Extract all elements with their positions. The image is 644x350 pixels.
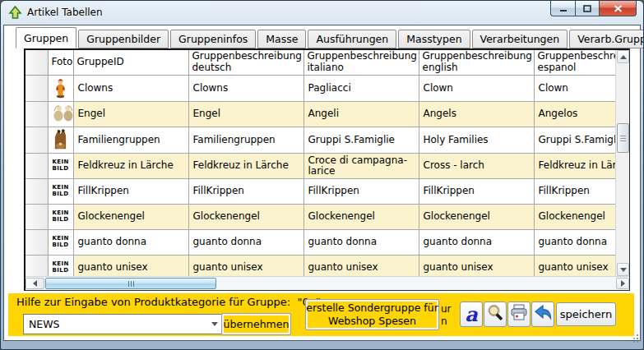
cell-italiano[interactable]: FillKrippen [303,178,419,204]
foto-cell[interactable] [48,75,73,101]
cell-deutsch[interactable]: Glockenengel [188,204,303,229]
maximize-button[interactable] [575,1,599,16]
client-area: GruppenGruppenbilderGruppeninfosMasseAus… [3,25,641,341]
apply-button[interactable]: übernehmen [221,313,291,335]
cell-gruppeid[interactable]: Engel [73,101,188,127]
tab-verarb-gruppen[interactable]: Verarb.Gruppen [569,30,644,48]
cell-espanol[interactable]: Glockenengel [534,204,615,229]
cell-english[interactable]: Glockenengel [419,204,534,229]
cell-italiano[interactable]: guanto donna [303,229,419,255]
no-image-cell[interactable]: KEIN BILD [48,153,73,178]
foto-cell[interactable] [48,127,73,153]
cell-gruppeid[interactable]: guanto donna [73,229,188,255]
cell-italiano[interactable]: Angeli [303,101,419,127]
minimize-button[interactable] [550,1,575,16]
tab-verarbeitungen[interactable]: Verarbeitungen [472,30,568,48]
cell-espanol[interactable]: Feldkreuz in Lärche [534,153,615,178]
no-image-cell[interactable]: KEIN BILD [48,229,73,255]
cell-espanol[interactable]: guanto donna [534,229,615,255]
column-header-espanol[interactable]: Gruppenbeschreibung espanol [534,50,615,75]
cell-espanol[interactable]: FillKrippen [534,178,615,204]
cell-gruppeid[interactable]: FillKrippen [73,178,188,204]
cell-italiano[interactable]: Gruppi S.Famiglie [303,127,419,153]
cell-deutsch[interactable]: Familiengruppen [188,127,303,153]
row-selector[interactable] [25,101,48,127]
cell-espanol[interactable]: guanto unisex [534,255,615,276]
cell-italiano[interactable]: guanto unisex [303,255,419,276]
cell-english[interactable]: Cross - larch [419,153,534,178]
horizontal-scroll-thumb[interactable] [45,278,216,289]
tab-masse[interactable]: Masse [257,30,306,48]
cell-english[interactable]: guanto donna [419,229,534,255]
vertical-scrollbar[interactable] [615,50,629,276]
cell-espanol[interactable]: Angelos [534,101,615,127]
minimize-icon [559,5,568,12]
resize-grip[interactable] [630,331,639,347]
row-selector[interactable] [25,255,48,276]
scroll-left-button[interactable] [25,278,44,289]
column-header-foto[interactable]: Foto [48,50,73,75]
holy-family-photo [53,141,68,153]
cell-italiano[interactable]: Croce di campagna-larice [303,153,419,178]
scroll-right-button[interactable] [616,278,629,289]
horizontal-scrollbar[interactable] [25,276,629,290]
column-header-english[interactable]: Gruppenbeschreibung english [419,50,534,75]
row-selector[interactable] [25,204,48,229]
tab-ausführungen[interactable]: Ausführungen [308,30,396,48]
cell-english[interactable]: Holy Families [419,127,534,153]
cell-english[interactable]: Angels [419,101,534,127]
row-selector[interactable] [25,127,48,153]
scroll-down-button[interactable] [617,263,629,276]
cell-gruppeid[interactable]: Feldkreuz in Lärche [73,153,188,178]
vertical-scroll-thumb[interactable] [617,123,629,153]
print-button[interactable] [507,302,530,327]
column-header-italiano[interactable]: Gruppenbeschreibung italiano [303,50,419,75]
tab-gruppenbilder[interactable]: Gruppenbilder [78,30,169,48]
cell-english[interactable]: FillKrippen [419,178,534,204]
save-button[interactable]: speichern [556,302,616,326]
tab-gruppen[interactable]: Gruppen [16,27,76,48]
cell-italiano[interactable]: Glockenengel [303,204,419,229]
title-bar[interactable]: Artikel Tabellen [1,1,643,25]
foto-cell[interactable] [48,101,73,127]
cell-gruppeid[interactable]: Glockenengel [73,204,188,229]
row-selector[interactable] [25,229,48,255]
tab-gruppeninfos[interactable]: Gruppeninfos [170,30,256,48]
cell-deutsch[interactable]: Engel [188,101,303,127]
column-header-sel[interactable] [25,50,48,75]
chevron-down-icon[interactable] [207,322,222,326]
create-special-group-button[interactable]: erstelle Sondergruppe für Webshop Spesen [305,299,439,330]
cell-deutsch[interactable]: FillKrippen [188,178,303,204]
row-selector[interactable] [25,75,48,101]
cell-deutsch[interactable]: Feldkreuz in Lärche [188,153,303,178]
cell-espanol[interactable]: Gruppi S.Famiglie [534,127,615,153]
table-row: KEIN BILDguanto donnaguanto donnaguanto … [25,229,615,255]
cell-deutsch[interactable]: guanto unisex [188,255,303,276]
cell-gruppeid[interactable]: Familiengruppen [73,127,188,153]
scroll-up-button[interactable] [617,50,629,63]
column-header-deutsch[interactable]: Gruppenbeschreibung deutsch [188,50,303,75]
undo-button[interactable] [531,302,554,327]
arrow-right-icon [621,280,625,287]
cell-english[interactable]: guanto unisex [419,255,534,276]
cell-english[interactable]: Clown [419,75,534,101]
column-header-gruppeid[interactable]: GruppeID [73,50,188,75]
cell-deutsch[interactable]: Clowns [188,75,303,101]
font-a-button[interactable]: a [460,302,483,327]
row-selector[interactable] [25,178,48,204]
cell-italiano[interactable]: Pagliacci [303,75,419,101]
close-button[interactable] [599,1,637,16]
table-row: KEIN BILDFeldkreuz in LärcheFeldkreuz in… [25,153,615,178]
no-image-cell[interactable]: KEIN BILD [48,255,73,276]
cell-gruppeid[interactable]: Clowns [73,75,188,101]
cell-deutsch[interactable]: guanto donna [188,229,303,255]
search-button[interactable] [484,302,507,327]
tab-masstypen[interactable]: Masstypen [398,30,470,48]
no-image-cell[interactable]: KEIN BILD [48,204,73,229]
no-image-cell[interactable]: KEIN BILD [48,178,73,204]
cell-gruppeid[interactable]: guanto unisex [73,255,188,276]
window-title: Artikel Tabellen [27,7,103,18]
product-category-combobox[interactable]: NEWS [23,314,223,334]
cell-espanol[interactable]: Clown [534,75,615,101]
row-selector[interactable] [25,153,48,178]
